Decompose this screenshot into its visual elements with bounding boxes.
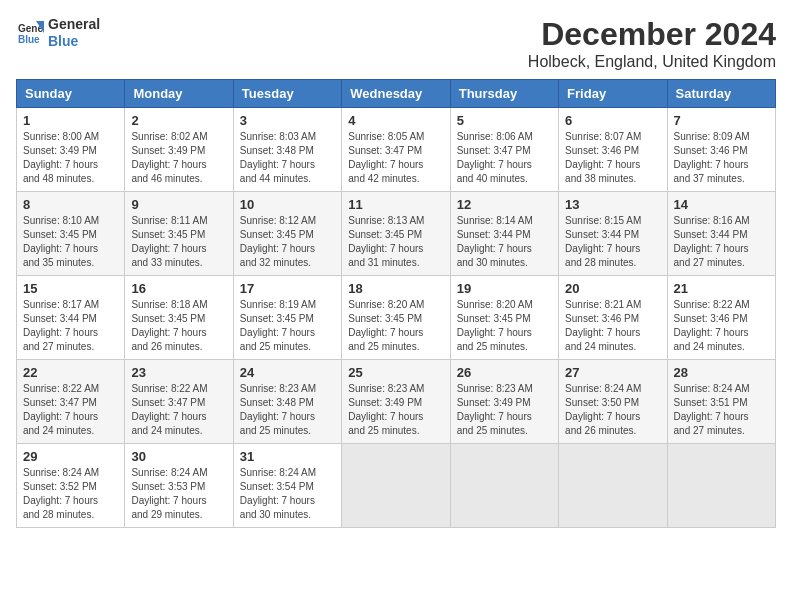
day-info: Sunrise: 8:06 AM Sunset: 3:47 PM Dayligh…: [457, 130, 552, 186]
day-number: 6: [565, 113, 660, 128]
day-info: Sunrise: 8:11 AM Sunset: 3:45 PM Dayligh…: [131, 214, 226, 270]
day-info: Sunrise: 8:12 AM Sunset: 3:45 PM Dayligh…: [240, 214, 335, 270]
calendar-body: 1Sunrise: 8:00 AM Sunset: 3:49 PM Daylig…: [17, 108, 776, 528]
logo-text-line1: General: [48, 16, 100, 33]
day-number: 20: [565, 281, 660, 296]
day-number: 5: [457, 113, 552, 128]
day-info: Sunrise: 8:24 AM Sunset: 3:51 PM Dayligh…: [674, 382, 769, 438]
logo-icon: General Blue: [16, 19, 44, 47]
calendar-day-cell: 15Sunrise: 8:17 AM Sunset: 3:44 PM Dayli…: [17, 276, 125, 360]
weekday-header-cell: Friday: [559, 80, 667, 108]
day-number: 26: [457, 365, 552, 380]
calendar-day-cell: 25Sunrise: 8:23 AM Sunset: 3:49 PM Dayli…: [342, 360, 450, 444]
day-info: Sunrise: 8:23 AM Sunset: 3:49 PM Dayligh…: [457, 382, 552, 438]
page-header: General Blue General Blue December 2024 …: [16, 16, 776, 71]
calendar-day-cell: 1Sunrise: 8:00 AM Sunset: 3:49 PM Daylig…: [17, 108, 125, 192]
logo-text-line2: Blue: [48, 33, 100, 50]
calendar-day-cell: 8Sunrise: 8:10 AM Sunset: 3:45 PM Daylig…: [17, 192, 125, 276]
day-info: Sunrise: 8:18 AM Sunset: 3:45 PM Dayligh…: [131, 298, 226, 354]
calendar-day-cell: 31Sunrise: 8:24 AM Sunset: 3:54 PM Dayli…: [233, 444, 341, 528]
calendar-day-cell: 27Sunrise: 8:24 AM Sunset: 3:50 PM Dayli…: [559, 360, 667, 444]
day-number: 31: [240, 449, 335, 464]
calendar-day-cell: [559, 444, 667, 528]
day-info: Sunrise: 8:17 AM Sunset: 3:44 PM Dayligh…: [23, 298, 118, 354]
calendar-day-cell: 18Sunrise: 8:20 AM Sunset: 3:45 PM Dayli…: [342, 276, 450, 360]
day-number: 3: [240, 113, 335, 128]
calendar-day-cell: 30Sunrise: 8:24 AM Sunset: 3:53 PM Dayli…: [125, 444, 233, 528]
weekday-header-cell: Saturday: [667, 80, 775, 108]
calendar-day-cell: 12Sunrise: 8:14 AM Sunset: 3:44 PM Dayli…: [450, 192, 558, 276]
day-number: 27: [565, 365, 660, 380]
calendar-day-cell: 16Sunrise: 8:18 AM Sunset: 3:45 PM Dayli…: [125, 276, 233, 360]
day-info: Sunrise: 8:24 AM Sunset: 3:52 PM Dayligh…: [23, 466, 118, 522]
calendar-day-cell: [667, 444, 775, 528]
day-info: Sunrise: 8:24 AM Sunset: 3:54 PM Dayligh…: [240, 466, 335, 522]
day-info: Sunrise: 8:13 AM Sunset: 3:45 PM Dayligh…: [348, 214, 443, 270]
day-info: Sunrise: 8:05 AM Sunset: 3:47 PM Dayligh…: [348, 130, 443, 186]
day-info: Sunrise: 8:20 AM Sunset: 3:45 PM Dayligh…: [348, 298, 443, 354]
day-number: 18: [348, 281, 443, 296]
calendar-week-row: 1Sunrise: 8:00 AM Sunset: 3:49 PM Daylig…: [17, 108, 776, 192]
day-info: Sunrise: 8:22 AM Sunset: 3:47 PM Dayligh…: [23, 382, 118, 438]
day-number: 13: [565, 197, 660, 212]
day-number: 11: [348, 197, 443, 212]
day-info: Sunrise: 8:10 AM Sunset: 3:45 PM Dayligh…: [23, 214, 118, 270]
svg-text:Blue: Blue: [18, 34, 40, 45]
calendar-day-cell: 26Sunrise: 8:23 AM Sunset: 3:49 PM Dayli…: [450, 360, 558, 444]
calendar-week-row: 29Sunrise: 8:24 AM Sunset: 3:52 PM Dayli…: [17, 444, 776, 528]
day-number: 14: [674, 197, 769, 212]
calendar-day-cell: 10Sunrise: 8:12 AM Sunset: 3:45 PM Dayli…: [233, 192, 341, 276]
calendar-week-row: 22Sunrise: 8:22 AM Sunset: 3:47 PM Dayli…: [17, 360, 776, 444]
calendar-day-cell: 7Sunrise: 8:09 AM Sunset: 3:46 PM Daylig…: [667, 108, 775, 192]
day-number: 4: [348, 113, 443, 128]
day-info: Sunrise: 8:23 AM Sunset: 3:49 PM Dayligh…: [348, 382, 443, 438]
calendar-day-cell: 28Sunrise: 8:24 AM Sunset: 3:51 PM Dayli…: [667, 360, 775, 444]
day-info: Sunrise: 8:22 AM Sunset: 3:46 PM Dayligh…: [674, 298, 769, 354]
day-number: 28: [674, 365, 769, 380]
day-info: Sunrise: 8:19 AM Sunset: 3:45 PM Dayligh…: [240, 298, 335, 354]
calendar-day-cell: [342, 444, 450, 528]
day-info: Sunrise: 8:23 AM Sunset: 3:48 PM Dayligh…: [240, 382, 335, 438]
calendar-day-cell: 13Sunrise: 8:15 AM Sunset: 3:44 PM Dayli…: [559, 192, 667, 276]
calendar-day-cell: 19Sunrise: 8:20 AM Sunset: 3:45 PM Dayli…: [450, 276, 558, 360]
day-info: Sunrise: 8:24 AM Sunset: 3:50 PM Dayligh…: [565, 382, 660, 438]
day-info: Sunrise: 8:00 AM Sunset: 3:49 PM Dayligh…: [23, 130, 118, 186]
weekday-header-cell: Monday: [125, 80, 233, 108]
calendar-day-cell: 24Sunrise: 8:23 AM Sunset: 3:48 PM Dayli…: [233, 360, 341, 444]
day-number: 8: [23, 197, 118, 212]
day-number: 15: [23, 281, 118, 296]
day-number: 2: [131, 113, 226, 128]
title-area: December 2024 Holbeck, England, United K…: [528, 16, 776, 71]
weekday-header-cell: Sunday: [17, 80, 125, 108]
calendar-day-cell: 21Sunrise: 8:22 AM Sunset: 3:46 PM Dayli…: [667, 276, 775, 360]
day-number: 24: [240, 365, 335, 380]
calendar-day-cell: 17Sunrise: 8:19 AM Sunset: 3:45 PM Dayli…: [233, 276, 341, 360]
calendar-week-row: 8Sunrise: 8:10 AM Sunset: 3:45 PM Daylig…: [17, 192, 776, 276]
day-info: Sunrise: 8:02 AM Sunset: 3:49 PM Dayligh…: [131, 130, 226, 186]
day-info: Sunrise: 8:21 AM Sunset: 3:46 PM Dayligh…: [565, 298, 660, 354]
calendar-header-row: SundayMondayTuesdayWednesdayThursdayFrid…: [17, 80, 776, 108]
day-number: 10: [240, 197, 335, 212]
day-info: Sunrise: 8:03 AM Sunset: 3:48 PM Dayligh…: [240, 130, 335, 186]
day-number: 30: [131, 449, 226, 464]
calendar-day-cell: 2Sunrise: 8:02 AM Sunset: 3:49 PM Daylig…: [125, 108, 233, 192]
calendar-day-cell: 3Sunrise: 8:03 AM Sunset: 3:48 PM Daylig…: [233, 108, 341, 192]
calendar-day-cell: 14Sunrise: 8:16 AM Sunset: 3:44 PM Dayli…: [667, 192, 775, 276]
day-number: 29: [23, 449, 118, 464]
calendar-day-cell: 23Sunrise: 8:22 AM Sunset: 3:47 PM Dayli…: [125, 360, 233, 444]
day-number: 1: [23, 113, 118, 128]
weekday-header-cell: Thursday: [450, 80, 558, 108]
day-info: Sunrise: 8:24 AM Sunset: 3:53 PM Dayligh…: [131, 466, 226, 522]
calendar-day-cell: 6Sunrise: 8:07 AM Sunset: 3:46 PM Daylig…: [559, 108, 667, 192]
day-info: Sunrise: 8:09 AM Sunset: 3:46 PM Dayligh…: [674, 130, 769, 186]
day-info: Sunrise: 8:07 AM Sunset: 3:46 PM Dayligh…: [565, 130, 660, 186]
logo: General Blue General Blue: [16, 16, 100, 50]
calendar-day-cell: 29Sunrise: 8:24 AM Sunset: 3:52 PM Dayli…: [17, 444, 125, 528]
day-info: Sunrise: 8:22 AM Sunset: 3:47 PM Dayligh…: [131, 382, 226, 438]
day-number: 12: [457, 197, 552, 212]
day-number: 25: [348, 365, 443, 380]
month-title: December 2024: [528, 16, 776, 53]
location-title: Holbeck, England, United Kingdom: [528, 53, 776, 71]
day-info: Sunrise: 8:15 AM Sunset: 3:44 PM Dayligh…: [565, 214, 660, 270]
day-number: 17: [240, 281, 335, 296]
